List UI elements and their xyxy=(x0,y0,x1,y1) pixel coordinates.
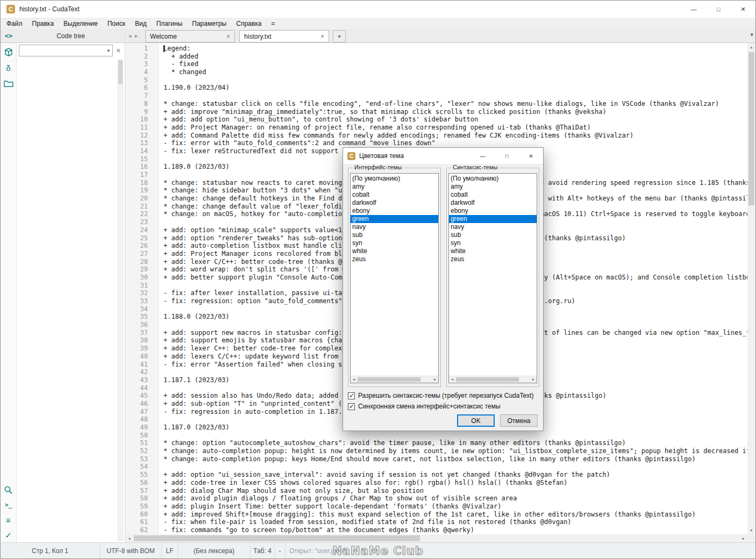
editor-vscrollbar[interactable]: ▴ ▾ xyxy=(747,43,755,534)
menu-item[interactable]: Правка xyxy=(27,19,59,28)
tab-list-icon[interactable]: ▾ xyxy=(750,31,753,38)
theme-item[interactable]: white xyxy=(351,247,438,255)
theme-item[interactable]: sub xyxy=(449,231,537,239)
menu-item[interactable]: Плагины xyxy=(152,19,188,28)
theme-item[interactable]: green xyxy=(449,215,537,223)
close-button[interactable]: ✕ xyxy=(731,1,755,18)
theme-item[interactable]: ebony xyxy=(449,207,537,215)
delta-icon[interactable]: δ xyxy=(3,62,14,73)
listbox-hscrollbar[interactable]: ◂ ▸ xyxy=(449,376,537,383)
validate-icon[interactable]: ✓ xyxy=(3,529,14,540)
scrollbar-thumb[interactable] xyxy=(748,52,754,205)
theme-item[interactable]: navy xyxy=(449,223,537,231)
panel-close-icon[interactable]: ✕ xyxy=(113,45,124,56)
theme-item[interactable]: amy xyxy=(449,183,537,191)
syntax-themes-listbox[interactable]: (По умолчанию)amycobaltdarkwolfebonygree… xyxy=(448,173,537,383)
tab-scroll-left-icon[interactable]: ◂ xyxy=(129,33,131,39)
statusbar-encoding-cell[interactable]: UTF-8 with BOM xyxy=(100,543,162,558)
scroll-right-icon[interactable]: ▸ xyxy=(432,376,438,383)
code-tree-combo[interactable]: ▾ xyxy=(19,45,113,56)
menu-item[interactable]: Вид xyxy=(130,19,152,28)
statusbar-tabsize-cell[interactable]: Таб: 4 xyxy=(251,543,275,558)
new-tab-button[interactable]: + xyxy=(333,30,346,42)
theme-item[interactable]: (По умолчанию) xyxy=(351,175,438,183)
editor-line: 11 + add: Project Manager: on renaming o… xyxy=(125,124,747,132)
dialog-maximize-button[interactable]: □ xyxy=(495,148,519,164)
menu-item[interactable]: Параметры xyxy=(187,19,231,28)
line-text: + add: dialog Char Map should save not o… xyxy=(159,487,424,495)
line-text: + add: lexer C/C++: better code-tree (th… xyxy=(159,258,369,266)
console-icon[interactable]: >_ xyxy=(3,499,14,510)
line-number: 3 xyxy=(125,60,159,68)
menu-item[interactable]: Поиск xyxy=(103,19,130,28)
scroll-down-icon[interactable]: ▾ xyxy=(747,526,755,534)
theme-item[interactable]: cobalt xyxy=(449,191,537,199)
sidebar-toggle-icon[interactable]: <> xyxy=(1,29,17,42)
line-number: 34 xyxy=(125,305,159,313)
theme-item[interactable]: syn xyxy=(351,239,438,247)
listbox-hscrollbar[interactable]: ◂ ▸ xyxy=(351,376,438,383)
theme-item[interactable]: syn xyxy=(449,239,537,247)
theme-item[interactable]: navy xyxy=(351,223,438,231)
search-icon[interactable] xyxy=(3,484,14,495)
minimize-button[interactable]: — xyxy=(681,1,706,18)
menu-item[interactable]: Файл xyxy=(2,19,27,28)
statusbar-wrap-cell[interactable]: - xyxy=(275,543,286,558)
statusbar-lexer-cell[interactable]: (Без лексера) xyxy=(178,543,251,558)
theme-item[interactable]: darkwolf xyxy=(449,199,537,207)
scrollbar-thumb[interactable] xyxy=(358,377,420,382)
cancel-button[interactable]: Отмена xyxy=(500,414,538,427)
editor-hscrollbar[interactable]: ◂ ▸ xyxy=(125,534,747,542)
scroll-left-icon[interactable]: ◂ xyxy=(449,376,455,383)
theme-item[interactable]: zeus xyxy=(351,255,438,263)
line-number: 54 xyxy=(125,463,159,471)
theme-item[interactable]: sub xyxy=(351,231,438,239)
interface-themes-group: Интерфейс-темы (По умолчанию)amycobaltda… xyxy=(348,168,441,387)
line-number: 12 xyxy=(125,132,159,140)
dialog-close-button[interactable]: ✕ xyxy=(519,148,543,164)
code-tree-scrollbar[interactable] xyxy=(118,60,123,541)
tab-close-icon[interactable]: × xyxy=(223,33,230,40)
scroll-left-icon[interactable]: ◂ xyxy=(125,534,133,542)
menu-item[interactable]: Справка xyxy=(231,19,266,28)
scrollbar-thumb[interactable] xyxy=(134,535,420,541)
dialog-minimize-button[interactable]: — xyxy=(470,148,495,164)
output-icon[interactable]: ≡ xyxy=(3,514,14,525)
scroll-left-icon[interactable]: ◂ xyxy=(351,376,357,383)
ok-button[interactable]: OK xyxy=(457,414,495,427)
checkbox-icon[interactable] xyxy=(348,392,355,399)
theme-item[interactable]: amy xyxy=(351,183,438,191)
theme-item[interactable]: cobalt xyxy=(351,191,438,199)
maximize-button[interactable]: □ xyxy=(706,1,731,18)
code-tree-toolbar: ▾ ✕ xyxy=(17,43,125,58)
tab-history-txt[interactable]: history.txt × xyxy=(239,30,329,42)
theme-item[interactable]: (По умолчанию) xyxy=(449,175,537,183)
scrollbar-thumb[interactable] xyxy=(456,377,519,382)
dialog-checkbox-row[interactable]: Разрешить синтаксис-темы (требует переза… xyxy=(348,390,533,401)
line-text xyxy=(159,155,163,163)
scroll-up-icon[interactable]: ▴ xyxy=(747,43,755,51)
package-icon[interactable] xyxy=(3,47,14,58)
theme-item[interactable]: darkwolf xyxy=(351,199,438,207)
tab-welcome[interactable]: Welcome × xyxy=(145,30,235,42)
scroll-right-icon[interactable]: ▸ xyxy=(530,376,537,383)
chevron-down-icon: ▾ xyxy=(107,48,110,53)
scroll-right-icon[interactable]: ▸ xyxy=(739,534,747,542)
statusbar-eol-cell[interactable]: LF xyxy=(162,543,178,558)
line-number: 40 xyxy=(125,353,159,361)
theme-item[interactable]: white xyxy=(449,247,537,255)
dialog-checkbox-row[interactable]: Синхронная смена интерфейс+синтаксис тем… xyxy=(348,401,533,412)
statusbar-caret-cell[interactable]: Стр 1, Кол 1 xyxy=(1,543,100,558)
tab-scroll-right-icon[interactable]: ▸ xyxy=(135,33,138,39)
menu-item[interactable]: = xyxy=(266,19,280,28)
interface-themes-listbox[interactable]: (По умолчанию)amycobaltdarkwolfebonygree… xyxy=(350,173,439,383)
theme-item[interactable]: green xyxy=(351,215,438,223)
line-number: 24 xyxy=(125,226,159,234)
scrollbar-thumb[interactable] xyxy=(118,60,123,84)
tab-close-icon[interactable]: × xyxy=(317,33,324,40)
theme-item[interactable]: ebony xyxy=(351,207,438,215)
folder-icon[interactable] xyxy=(3,78,14,89)
checkbox-icon[interactable] xyxy=(348,403,355,410)
theme-item[interactable]: zeus xyxy=(449,255,537,263)
menu-item[interactable]: Выделение xyxy=(59,19,103,28)
